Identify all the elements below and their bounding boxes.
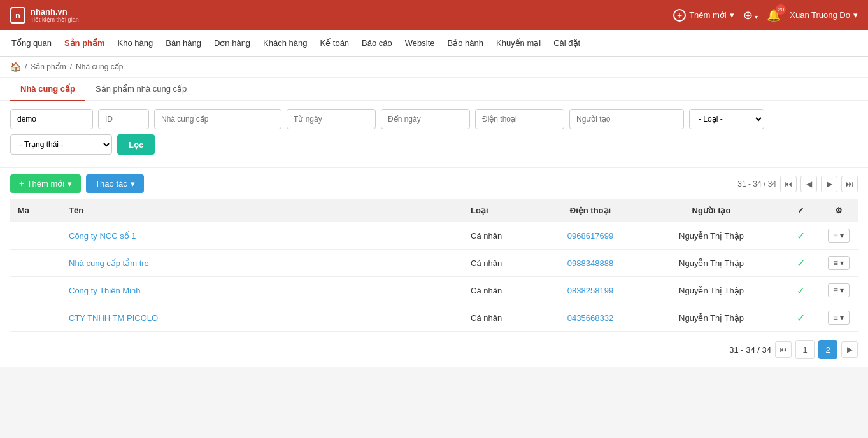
add-new-label: Thêm mới [689, 10, 727, 20]
cell-creator-2: Nguyễn Thị Thập [641, 250, 781, 277]
actions-button[interactable]: Thao tác ▾ [86, 174, 144, 193]
top-nav: n nhanh.vn Tiết kiệm thời gian + Thêm mớ… [0, 0, 868, 30]
nav-tongtquan[interactable]: Tổng quan [5, 30, 58, 57]
tab-bar: Nhà cung cấp Sản phẩm nhà cung cấp [0, 78, 868, 101]
actions-chevron: ▾ [131, 179, 135, 188]
search-input[interactable] [10, 109, 93, 129]
supplier-link-2[interactable]: Nhà cung cấp tầm tre [69, 258, 149, 268]
creator-input[interactable] [569, 109, 684, 129]
add-icon: + [19, 179, 24, 188]
nav-donhang[interactable]: Đơn hàng [208, 30, 257, 57]
add-new-button-main[interactable]: + Thêm mới ▾ [10, 174, 81, 193]
cell-ten-3: Công ty Thiên Minh [61, 277, 463, 304]
col-dienthoai: Điện thoại [539, 199, 641, 222]
supplier-link-1[interactable]: Công ty NCC số 1 [69, 231, 136, 241]
supplier-input[interactable] [154, 109, 281, 129]
table-header-row: Mã Tên Loại Điện thoại Người tạo ✓ ⚙ [10, 199, 858, 222]
nav-ketoan[interactable]: Kế toán [314, 30, 356, 57]
nav-khachhang[interactable]: Khách hàng [257, 30, 313, 57]
supplier-link-4[interactable]: CTY TNHH TM PICOLO [69, 313, 158, 323]
add-chevron: ▾ [68, 179, 72, 188]
tab-sanphamnhacungcap[interactable]: Sản phẩm nhà cung cấp [85, 78, 197, 101]
help-icon[interactable]: ⊕ ▾ [743, 8, 758, 22]
table-row: Công ty NCC số 1 Cá nhân 0968617699 Nguy… [10, 222, 858, 250]
notification-bell[interactable]: 🔔 20 [767, 8, 781, 22]
logo[interactable]: n nhanh.vn Tiết kiệm thời gian [10, 7, 79, 24]
bottom-pagination: 31 - 34 / 34 ⏮ 1 2 ▶ [0, 332, 868, 367]
check-icon-2: ✓ [797, 258, 805, 269]
nav-website[interactable]: Website [399, 30, 441, 57]
nav-sanpham[interactable]: Sản phẩm [58, 30, 111, 57]
type-select[interactable]: - Loại - Cá nhân Doanh nghiệp [689, 109, 764, 129]
cell-phone-3: 0838258199 [539, 277, 641, 304]
main-nav: Tổng quan Sản phẩm Kho hàng Bán hàng Đơn… [0, 30, 868, 57]
filter-button[interactable]: Lọc [117, 134, 155, 155]
cell-active-4: ✓ [781, 304, 820, 332]
cell-phone-1: 0968617699 [539, 222, 641, 250]
from-date-input[interactable] [287, 109, 376, 129]
supplier-link-3[interactable]: Công ty Thiên Minh [69, 286, 141, 295]
phone-link-3[interactable]: 0838258199 [567, 286, 613, 295]
logo-subtitle: Tiết kiệm thời gian [31, 17, 79, 23]
first-page-button[interactable]: ⏮ [780, 176, 797, 192]
nav-baocao[interactable]: Báo cáo [355, 30, 399, 57]
add-new-chevron: ▾ [730, 10, 734, 20]
to-date-input[interactable] [381, 109, 470, 129]
user-menu[interactable]: Xuan Truong Do ▾ [790, 10, 858, 20]
nav-khuyenmai[interactable]: Khuyến mại [490, 30, 547, 57]
phone-link-2[interactable]: 0988348888 [567, 258, 613, 268]
actions-label: Thao tác [95, 179, 127, 188]
col-loai: Loại [463, 199, 539, 222]
cell-action-4: ≡ ▾ [820, 304, 858, 332]
nav-banhang[interactable]: Bán hàng [159, 30, 208, 57]
nav-baohanh[interactable]: Bảo hành [441, 30, 490, 57]
breadcrumb-nhacungcap: Nhà cung cấp [76, 62, 123, 71]
cell-action-1: ≡ ▾ [820, 222, 858, 250]
id-input[interactable] [98, 109, 149, 129]
prev-page-button[interactable]: ◀ [800, 176, 817, 192]
pagination-text: 31 - 34 / 34 [737, 180, 776, 188]
page-2-button[interactable]: 2 [818, 340, 837, 359]
page-1-button[interactable]: 1 [795, 340, 815, 359]
col-settings: ⚙ [820, 199, 858, 222]
bottom-next-page[interactable]: ▶ [841, 341, 858, 358]
phone-link-1[interactable]: 0968617699 [567, 231, 613, 241]
breadcrumb-sanpham[interactable]: Sản phẩm [31, 62, 66, 71]
status-select[interactable]: - Trạng thái - Hoạt động Ngừng hoạt động [10, 134, 112, 155]
plus-circle-icon: + [673, 9, 686, 22]
row-action-btn-4[interactable]: ≡ ▾ [828, 311, 850, 325]
check-icon-1: ✓ [797, 230, 805, 241]
add-new-button[interactable]: + Thêm mới ▾ [673, 9, 734, 22]
home-icon[interactable]: 🏠 [10, 62, 21, 72]
notification-badge-count: 20 [776, 4, 786, 15]
action-row: + Thêm mới ▾ Thao tác ▾ 31 - 34 / 34 ⏮ ◀… [0, 168, 868, 199]
tab-nhacungcap[interactable]: Nhà cung cấp [10, 78, 85, 101]
col-nguoitao: Người tạo [641, 199, 781, 222]
table-wrap: Mã Tên Loại Điện thoại Người tạo ✓ ⚙ Côn… [0, 199, 868, 332]
phone-link-4[interactable]: 0435668332 [567, 313, 613, 323]
cell-ten-1: Công ty NCC số 1 [61, 222, 463, 250]
row-action-btn-3[interactable]: ≡ ▾ [828, 283, 850, 297]
cell-active-3: ✓ [781, 277, 820, 304]
cell-loai-1: Cá nhân [463, 222, 539, 250]
cell-active-1: ✓ [781, 222, 820, 250]
action-left: + Thêm mới ▾ Thao tác ▾ [10, 174, 144, 193]
bottom-pagination-info: 31 - 34 / 34 [729, 345, 771, 355]
check-icon-4: ✓ [797, 313, 805, 323]
bottom-first-page[interactable]: ⏮ [775, 341, 792, 358]
phone-input[interactable] [475, 109, 564, 129]
chevron-down-icon: ▾ [755, 13, 758, 20]
breadcrumb-sep-1: / [25, 62, 27, 71]
next-page-button[interactable]: ▶ [821, 176, 837, 192]
cell-ten-4: CTY TNHH TM PICOLO [61, 304, 463, 332]
last-page-button[interactable]: ⏭ [841, 176, 858, 192]
row-action-btn-2[interactable]: ≡ ▾ [828, 256, 850, 270]
row-action-btn-1[interactable]: ≡ ▾ [828, 229, 850, 243]
cell-ma-4 [10, 304, 61, 332]
col-ten: Tên [61, 199, 463, 222]
supplier-table: Mã Tên Loại Điện thoại Người tạo ✓ ⚙ Côn… [10, 199, 858, 332]
nav-khohang[interactable]: Kho hàng [111, 30, 160, 57]
cell-action-3: ≡ ▾ [820, 277, 858, 304]
filter-row-1: - Loại - Cá nhân Doanh nghiệp [10, 109, 858, 129]
nav-caidat[interactable]: Cài đặt [547, 30, 587, 57]
